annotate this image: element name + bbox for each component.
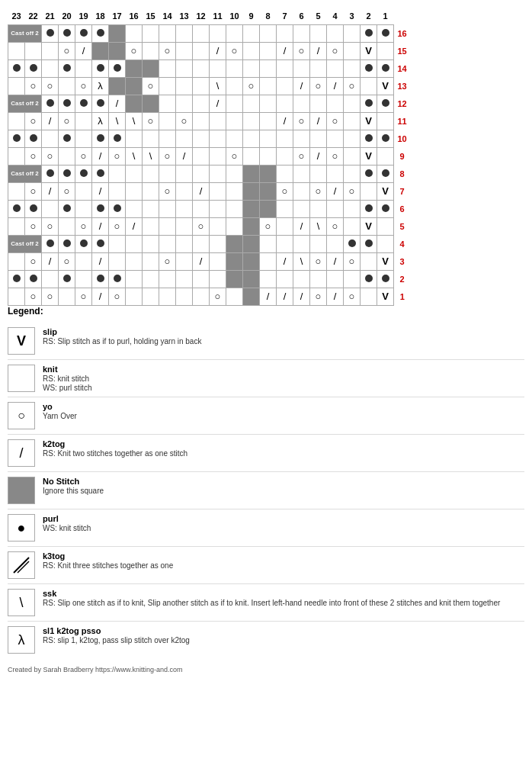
chart-cell xyxy=(176,95,193,113)
chart-cell xyxy=(126,166,143,183)
chart-cell: / xyxy=(293,78,310,95)
chart-cell xyxy=(361,201,377,218)
chart-cell xyxy=(75,130,92,148)
knit-symbol xyxy=(8,365,35,392)
chart-cell xyxy=(75,253,92,271)
chart-cell xyxy=(143,253,159,271)
chart-cell xyxy=(176,130,193,148)
chart-cell xyxy=(42,95,59,113)
legend-item-slip: V slip RS: Slip stitch as if to purl, ho… xyxy=(8,323,524,360)
chart-cell: ○ xyxy=(75,148,92,166)
chart-cell: / xyxy=(293,218,310,236)
chart-cell: ○ xyxy=(327,148,344,166)
col-label: 2 xyxy=(361,8,377,25)
legend-item-ssk: \ ssk RS: Slip one stitch as if to knit,… xyxy=(8,584,524,622)
chart-cell-gray xyxy=(243,218,260,236)
chart-cell xyxy=(277,148,293,166)
chart-cell: / xyxy=(109,95,126,113)
chart-cell xyxy=(59,60,75,78)
chart-cell xyxy=(361,130,377,148)
chart-cell-gray xyxy=(143,95,159,113)
ssk-name: ssk xyxy=(43,589,500,598)
chart-cell: ○ xyxy=(210,288,226,306)
chart-cell xyxy=(193,166,210,183)
chart-cell xyxy=(243,148,260,166)
chart-cell xyxy=(277,95,293,113)
chart-cell: \ xyxy=(126,113,143,130)
col-label: 22 xyxy=(25,8,42,25)
legend-item-sl1k2tog: λ sl1 k2tog psso RS: slip 1, k2tog, pass… xyxy=(8,622,524,658)
chart-cell xyxy=(277,218,293,236)
chart-cell xyxy=(193,148,210,166)
chart-cell: / xyxy=(210,43,226,60)
chart-cell xyxy=(310,271,327,288)
row-label-10: 10 xyxy=(394,130,411,148)
chart-cell: / xyxy=(327,183,344,201)
chart-cell-gray xyxy=(226,271,243,288)
chart-row-5: ○ ○ ○ / ○ / ○ ○ / \ ○ V xyxy=(8,218,411,236)
cast-off-cell: Cast off 2 xyxy=(8,166,42,183)
chart-cell xyxy=(193,130,210,148)
chart-cell: ○ xyxy=(75,78,92,95)
chart-cell: / xyxy=(277,288,293,306)
chart-cell xyxy=(25,60,42,78)
chart-cell xyxy=(8,271,25,288)
row-label-5: 5 xyxy=(394,218,411,236)
chart-cell xyxy=(377,201,394,218)
legend-title: Legend: xyxy=(8,306,524,317)
chart-cell-gray xyxy=(109,78,126,95)
legend-section: Legend: V slip RS: Slip stitch as if to … xyxy=(8,306,524,658)
chart-cell-gray xyxy=(109,43,126,60)
chart-cell xyxy=(8,288,25,306)
row-label-2: 2 xyxy=(394,271,411,288)
chart-cell xyxy=(159,271,176,288)
chart-cell xyxy=(377,130,394,148)
chart-cell xyxy=(126,130,143,148)
chart-cell: / xyxy=(42,113,59,130)
chart-cell xyxy=(226,113,243,130)
chart-cell: / xyxy=(277,113,293,130)
chart-cell xyxy=(226,166,243,183)
chart-cell xyxy=(193,60,210,78)
chart-cell xyxy=(327,271,344,288)
nostitch-symbol xyxy=(8,477,35,504)
chart-cell xyxy=(210,113,226,130)
chart-cell: V xyxy=(377,288,394,306)
chart-cell xyxy=(377,60,394,78)
purl-desc: WS: knit stitch xyxy=(43,524,91,532)
chart-cell xyxy=(310,95,327,113)
col-label: 21 xyxy=(42,8,59,25)
slip-desc: RS: Slip stitch as if to purl, holding y… xyxy=(43,337,201,346)
chart-cell xyxy=(310,130,327,148)
sl1k2tog-text: sl1 k2tog psso RS: slip 1, k2tog, pass s… xyxy=(43,626,190,644)
chart-cell: V xyxy=(377,78,394,95)
chart-cell: ○ xyxy=(42,288,59,306)
chart-cell xyxy=(59,218,75,236)
chart-cell xyxy=(210,201,226,218)
col-label: 3 xyxy=(344,8,361,25)
chart-cell: / xyxy=(75,43,92,60)
chart-cell: ○ xyxy=(59,43,75,60)
legend-item-yo: ○ yo Yarn Over xyxy=(8,397,524,435)
chart-cell xyxy=(243,113,260,130)
chart-cell xyxy=(210,60,226,78)
chart-cell xyxy=(193,78,210,95)
chart-row-8: Cast off 2 xyxy=(8,166,411,183)
chart-cell xyxy=(243,95,260,113)
chart-cell xyxy=(176,78,193,95)
chart-cell: λ xyxy=(92,78,109,95)
row-label-16: 16 xyxy=(394,25,411,43)
chart-cell: ○ xyxy=(327,43,344,60)
chart-row-4: Cast off 2 xyxy=(8,236,411,253)
row-label-6: 6 xyxy=(394,201,411,218)
col-label: 6 xyxy=(293,8,310,25)
chart-cell: / xyxy=(310,43,327,60)
chart-cell xyxy=(361,183,377,201)
chart-cell xyxy=(377,218,394,236)
purl-text: purl WS: knit stitch xyxy=(43,514,91,532)
chart-cell-gray xyxy=(126,60,143,78)
chart-cell: ○ xyxy=(143,78,159,95)
chart-cell xyxy=(377,271,394,288)
chart-cell xyxy=(8,43,25,60)
ssk-symbol: \ xyxy=(8,589,35,616)
